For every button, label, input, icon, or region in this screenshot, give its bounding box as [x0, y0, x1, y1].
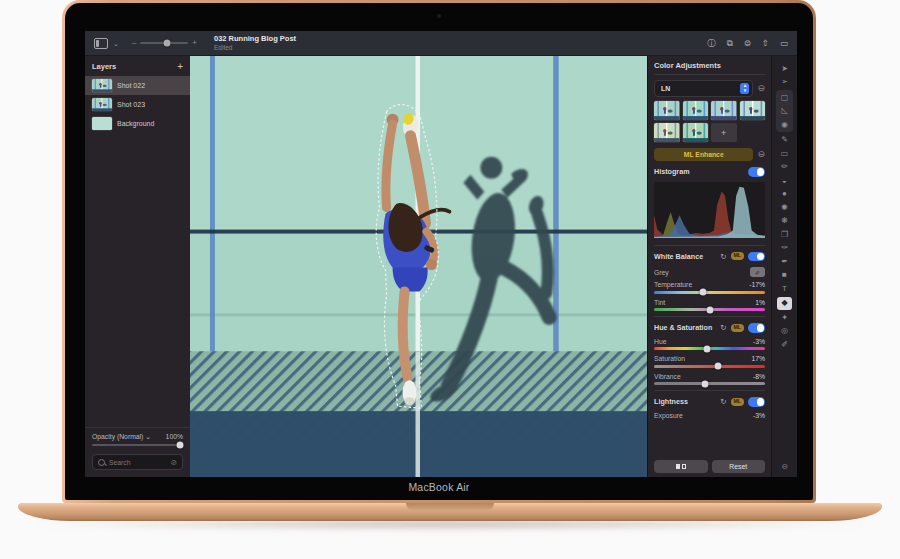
adjustment-control: Vibrance-8% — [654, 373, 765, 386]
ml-badge[interactable]: ML — [731, 398, 745, 406]
layer-label: Shot 023 — [117, 101, 145, 108]
canvas-photo[interactable] — [190, 56, 647, 477]
app-toolbar: ⌄ – + 032 Running Blog Post Edited ⓘ⧉⊜⇧▭ — [85, 31, 797, 56]
preset-thumbnail[interactable] — [654, 123, 680, 142]
shape-tool-icon[interactable]: ■ — [777, 270, 792, 281]
sharpen-tool-icon[interactable]: ✺ — [777, 202, 792, 213]
preset-thumbnail[interactable] — [683, 123, 709, 142]
saturation-slider[interactable] — [654, 365, 765, 368]
layers-search-field[interactable]: Search ⊘ — [92, 454, 183, 470]
preset-thumbnail[interactable] — [740, 101, 766, 120]
compare-button[interactable] — [654, 460, 708, 473]
layer-row[interactable]: Shot 023 — [85, 95, 190, 114]
section-title: Lightness — [654, 397, 716, 406]
remove-tool-icon[interactable]: ⊖ — [777, 461, 792, 472]
preset-grid: + — [654, 101, 765, 142]
add-preset-button[interactable]: + — [711, 123, 737, 142]
section-toggle[interactable] — [748, 323, 765, 333]
layer-thumbnail — [92, 98, 112, 111]
histogram-toggle[interactable] — [748, 167, 765, 177]
opacity-block: Opacity (Normal) ⌄ 100% — [85, 427, 190, 450]
color-adjustments-tool-icon[interactable]: ◆ — [777, 297, 792, 310]
adjustment-control: Hue-3% — [654, 338, 765, 351]
ml-badge[interactable]: ML — [731, 252, 745, 260]
clone-tool-icon[interactable]: ❐ — [777, 229, 792, 240]
paint-tool-icon[interactable]: ✎ — [777, 135, 792, 146]
section-reset-icon[interactable]: ↻ — [720, 324, 726, 332]
lasso-select-tool-icon[interactable]: ◺ — [777, 106, 792, 117]
hue-slider[interactable] — [654, 347, 765, 350]
tint-slider[interactable] — [654, 308, 765, 311]
effects-tool-icon[interactable]: ✦ — [777, 312, 792, 323]
search-filter-icon[interactable]: ⊘ — [171, 458, 177, 467]
pointer-tool-icon[interactable]: ➢ — [777, 77, 792, 88]
search-icon — [98, 459, 105, 466]
control-label: Saturation — [654, 355, 685, 362]
control-value: 17% — [751, 355, 765, 362]
type-tool-icon[interactable]: T — [777, 283, 792, 294]
quick-select-tool-icon[interactable]: ◉ — [777, 119, 792, 130]
temperature-slider[interactable] — [654, 291, 765, 294]
color-picker-tool-icon[interactable]: ✐ — [777, 339, 792, 350]
layer-label: Shot 022 — [117, 82, 145, 89]
retouch-tool-icon[interactable]: ❋ — [777, 216, 792, 227]
zoom-tool-icon[interactable]: ◎ — [777, 326, 792, 337]
marquee-select-tool-icon[interactable]: ▢ — [777, 92, 792, 103]
preset-thumbnail[interactable] — [654, 101, 680, 120]
section-reset-icon[interactable]: ↻ — [720, 398, 726, 406]
app-window: ⌄ – + 032 Running Blog Post Edited ⓘ⧉⊜⇧▭ — [85, 31, 797, 477]
opacity-label[interactable]: Opacity (Normal) ⌄ — [92, 433, 151, 441]
vibrance-slider[interactable] — [654, 382, 765, 385]
pen-tool-icon[interactable]: ✒ — [777, 256, 792, 267]
info-icon[interactable]: ⓘ — [707, 39, 716, 48]
section-title: White Balance — [654, 252, 716, 261]
preset-thumbnail[interactable] — [711, 101, 737, 120]
erase-tool-icon[interactable]: ▭ — [777, 148, 792, 159]
section-toggle[interactable] — [748, 397, 765, 407]
add-layer-button[interactable]: + — [177, 61, 183, 72]
eyedropper-button[interactable]: ✐ — [750, 267, 765, 277]
zoom-slider[interactable] — [140, 42, 188, 44]
webcam — [437, 14, 441, 18]
control-label: Vibrance — [654, 373, 681, 380]
layer-row[interactable]: Shot 022 — [85, 76, 190, 95]
control-label: Exposure — [654, 412, 683, 419]
ml-badge[interactable]: ML — [731, 324, 745, 332]
layer-row[interactable]: Background — [85, 114, 190, 133]
chevron-down-icon[interactable]: ⌄ — [113, 40, 119, 47]
section-reset-icon[interactable]: ↻ — [720, 253, 726, 261]
section-toggle[interactable] — [748, 252, 765, 262]
toolbar-actions: ⓘ⧉⊜⇧▭ — [707, 39, 788, 48]
adjustments-title: Color Adjustments — [654, 61, 765, 75]
view-options-icon[interactable] — [94, 38, 108, 49]
section-header: Hue & Saturation↻ML — [654, 319, 765, 336]
remove-preset-icon[interactable]: ⊖ — [757, 84, 765, 93]
layer-label: Background — [117, 120, 154, 127]
preset-select[interactable]: LN ▲▼ — [654, 80, 753, 97]
control-value: -8% — [753, 373, 765, 380]
laptop-base — [18, 503, 882, 521]
control-label: Grey — [654, 269, 669, 276]
zoom-in-button[interactable]: + — [192, 39, 197, 47]
control-value: -3% — [753, 338, 765, 345]
zoom-out-button[interactable]: – — [132, 39, 136, 47]
remove-ml-enhance-icon[interactable]: ⊖ — [757, 150, 765, 159]
crop-icon[interactable]: ⧉ — [727, 39, 733, 48]
share-icon[interactable]: ⇧ — [762, 39, 769, 48]
fill-tool-icon[interactable]: ● — [777, 189, 792, 200]
arrange-tool-icon[interactable]: ➤ — [777, 63, 792, 74]
pencil-tool-icon[interactable]: ✏ — [777, 162, 792, 173]
lid-notch — [406, 503, 494, 511]
control-value: -17% — [749, 281, 765, 288]
smudge-tool-icon[interactable]: ✑ — [777, 243, 792, 254]
canvas-icon[interactable]: ▭ — [780, 39, 788, 48]
more-options-icon[interactable]: ⊜ — [744, 39, 751, 48]
opacity-slider[interactable] — [92, 444, 183, 447]
preset-thumbnail[interactable] — [683, 101, 709, 120]
ml-enhance-button[interactable]: ML Enhance — [654, 148, 753, 161]
layers-panel-title: Layers — [92, 62, 116, 71]
gradient-tool-icon[interactable]: ◒ — [777, 175, 792, 186]
adjustment-control: Tint1% — [654, 299, 765, 312]
reset-button[interactable]: Reset — [712, 460, 766, 473]
document-title-block: 032 Running Blog Post Edited — [214, 35, 296, 51]
